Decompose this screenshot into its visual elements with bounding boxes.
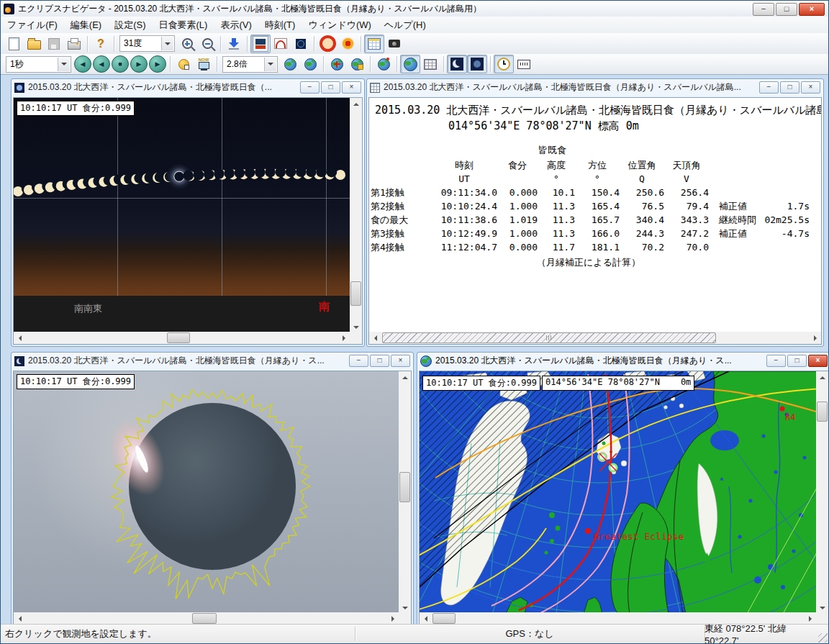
scrollbar-thumb[interactable] xyxy=(399,472,410,502)
play-backward-button[interactable]: ◀ xyxy=(93,55,110,73)
data-table-button[interactable] xyxy=(420,55,440,73)
help-button[interactable]: ? xyxy=(91,35,111,53)
now-button[interactable]: NOW xyxy=(194,55,214,73)
map-zoom-in-button[interactable] xyxy=(280,55,300,73)
play-backward-icon: ◀ xyxy=(99,60,104,68)
map-window-button[interactable] xyxy=(400,55,420,73)
help-icon: ? xyxy=(97,37,104,50)
vertical-scrollbar[interactable] xyxy=(399,371,411,614)
toolbar-time: 1秒 ◀ ◀ ■ ▶ ▶ NOW 2.8倍 xyxy=(1,54,828,75)
corona-window-titlebar[interactable]: 2015.03.20 北大西洋・スバールバル諸島・北極海皆既日食（月縁あり・ス.… xyxy=(12,353,413,369)
vertical-scrollbar[interactable] xyxy=(816,371,828,614)
open-file-button[interactable] xyxy=(24,35,44,53)
restore-button[interactable]: □ xyxy=(780,81,799,94)
menu-settings[interactable]: 設定(S) xyxy=(108,17,152,34)
map-center-button[interactable] xyxy=(327,55,347,73)
scrollbar-thumb[interactable] xyxy=(192,613,217,624)
menu-window[interactable]: ウィンドウ(W) xyxy=(302,17,377,34)
horizon-view-button[interactable] xyxy=(250,35,271,53)
restore-button[interactable]: □ xyxy=(370,355,389,367)
table-row: 第1接触09:11:34.0 0.00010.1 150.4250.6 256.… xyxy=(371,186,810,199)
map-scale-select[interactable]: 2.8倍 xyxy=(222,56,278,73)
dome-view-button[interactable] xyxy=(271,35,291,53)
stop-button[interactable]: ■ xyxy=(112,55,129,73)
main-titlebar[interactable]: エクリプスナビゲータ - 2015.03.20 北大西洋・スバールバル諸島・北極… xyxy=(1,1,828,17)
scroll-up-arrow[interactable] xyxy=(816,371,828,384)
maximize-button[interactable]: □ xyxy=(776,3,797,16)
corona-canvas[interactable]: 10:10:17 UT 食分:0.999 xyxy=(14,371,399,614)
close-button[interactable]: × xyxy=(342,81,361,94)
chevron-down-icon[interactable] xyxy=(264,58,276,71)
zoom-out-button[interactable] xyxy=(197,35,217,53)
scrollbar-thumb[interactable] xyxy=(167,332,190,343)
scroll-up-arrow[interactable] xyxy=(399,371,411,384)
diamond-ring-button[interactable] xyxy=(338,35,358,53)
menu-help[interactable]: ヘルプ(H) xyxy=(378,17,432,34)
capture-button[interactable] xyxy=(224,35,244,53)
counter-window-button[interactable] xyxy=(514,55,534,73)
corona-ring-button[interactable] xyxy=(317,35,338,53)
set-time-button[interactable] xyxy=(173,55,194,73)
field-angle-select[interactable]: 31度 xyxy=(119,35,175,52)
step-forward-button[interactable]: ▶ xyxy=(149,55,166,73)
map-pin-button[interactable] xyxy=(373,55,394,73)
grid-view-button[interactable] xyxy=(364,35,384,53)
scroll-left-arrow[interactable] xyxy=(420,612,432,625)
menu-edit[interactable]: 編集(E) xyxy=(64,17,108,34)
scroll-right-arrow[interactable] xyxy=(338,332,350,344)
map-pick-button[interactable] xyxy=(347,55,367,73)
print-button[interactable] xyxy=(64,35,84,53)
restore-button[interactable]: □ xyxy=(787,355,807,367)
vertical-scrollbar[interactable] xyxy=(350,98,362,333)
scroll-right-arrow[interactable] xyxy=(386,612,399,625)
menu-file[interactable]: ファイル(F) xyxy=(1,17,64,34)
sky-window-titlebar[interactable]: 2015.03.20 北大西洋・スバールバル諸島・北極海皆既日食（... − □… xyxy=(12,79,364,96)
horizontal-scrollbar[interactable] xyxy=(14,332,350,344)
scrollbar-thumb[interactable] xyxy=(382,332,716,343)
scrollbar-thumb[interactable] xyxy=(817,402,828,422)
scroll-left-arrow[interactable] xyxy=(14,612,26,625)
minimize-button[interactable]: − xyxy=(759,81,779,94)
step-backward-button[interactable]: ◀ xyxy=(74,55,91,73)
horizontal-scrollbar[interactable] xyxy=(369,332,821,344)
scroll-up-arrow[interactable] xyxy=(350,98,362,110)
time-step-select[interactable]: 1秒 xyxy=(6,56,71,73)
chevron-down-icon[interactable] xyxy=(58,58,70,71)
status-coordinates: 東経 078°22.5' 北緯 50°22.7' xyxy=(705,622,814,644)
eclipse-data-report[interactable]: 2015.03.20 北大西洋・スバールバル諸島・北極海皆既日食（月縁あり・スバ… xyxy=(369,98,821,333)
play-forward-button[interactable]: ▶ xyxy=(130,55,148,73)
camera-button[interactable] xyxy=(384,35,404,53)
save-file-button[interactable] xyxy=(44,35,64,53)
data-window-titlebar[interactable]: 2015.03.20 北大西洋・スバールバル諸島・北極海皆既日食（月縁あり・スバ… xyxy=(367,79,823,96)
scroll-left-arrow[interactable] xyxy=(14,332,26,344)
close-button[interactable]: × xyxy=(391,355,410,367)
map-zoom-out-button[interactable] xyxy=(300,55,320,73)
chevron-down-icon[interactable] xyxy=(161,37,173,50)
close-button[interactable]: × xyxy=(808,355,828,367)
sky-canvas[interactable]: 10:10:17 UT 食分:0.999 南南東 南 xyxy=(14,98,350,333)
moon-view-button[interactable] xyxy=(447,55,467,73)
scroll-right-arrow[interactable] xyxy=(809,332,821,344)
minimize-button[interactable]: − xyxy=(753,3,774,16)
menu-time[interactable]: 時刻(T) xyxy=(258,17,302,34)
close-button[interactable]: × xyxy=(799,3,825,16)
horizontal-scrollbar[interactable] xyxy=(14,612,399,625)
sky-view-button[interactable] xyxy=(291,35,311,53)
menu-view[interactable]: 表示(V) xyxy=(214,17,258,34)
resize-grip[interactable] xyxy=(818,633,828,643)
scrollbar-thumb[interactable] xyxy=(432,613,456,624)
scrollbar-thumb[interactable] xyxy=(350,281,361,306)
scroll-left-arrow[interactable] xyxy=(369,332,381,344)
clock-window-button[interactable] xyxy=(494,55,514,73)
zoom-in-button[interactable] xyxy=(177,35,197,53)
menu-eclipse-elements[interactable]: 日食要素(L) xyxy=(153,17,214,34)
eclipse-view-button[interactable] xyxy=(467,55,487,73)
restore-button[interactable]: □ xyxy=(321,81,340,94)
close-button[interactable]: × xyxy=(801,81,820,94)
minimize-button[interactable]: − xyxy=(300,81,320,94)
map-window-titlebar[interactable]: 2015.03.20 北大西洋・スバールバル諸島・北極海皆既日食（月縁あり・ス.… xyxy=(417,353,829,369)
new-file-button[interactable] xyxy=(4,35,24,53)
minimize-button[interactable]: − xyxy=(766,355,786,367)
map-canvas[interactable]: Greatest Eclipse R4 10:10:17 UT 食分:0.999… xyxy=(420,371,816,614)
minimize-button[interactable]: − xyxy=(349,355,368,367)
